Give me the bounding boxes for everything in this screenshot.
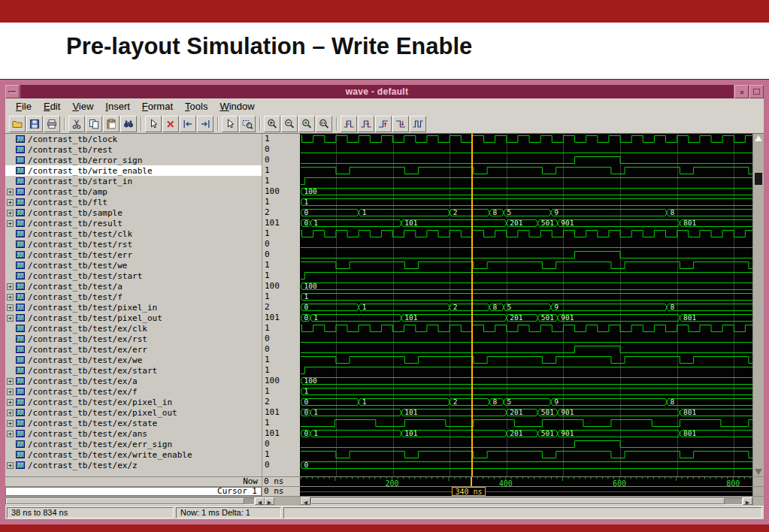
expand-icon[interactable]: + <box>7 410 14 416</box>
vertical-scrollbar[interactable] <box>752 134 764 476</box>
find-any-edge-button[interactable] <box>410 116 426 132</box>
zoom-range-button[interactable] <box>316 116 332 132</box>
delete-cursor-button[interactable] <box>162 116 179 132</box>
wave-scroll-left-icon[interactable]: ◀ <box>301 497 310 505</box>
signal-waveform[interactable] <box>301 155 752 165</box>
signal-row[interactable]: +/contrast_tb/test/ex/a <box>5 376 262 386</box>
signal-row[interactable]: /contrast_tb/test/ex/we <box>5 355 262 365</box>
signal-row[interactable]: +/contrast_tb/test/ex/pixel_in <box>5 397 262 407</box>
scroll-up-icon[interactable] <box>755 135 762 141</box>
signal-waveform[interactable] <box>301 323 752 334</box>
signal-row[interactable]: +/contrast_tb/sample <box>5 207 262 218</box>
signal-row[interactable]: /contrast_tb/test/rst <box>5 239 262 249</box>
cursor-name-field[interactable]: Cursor 1 <box>5 487 262 496</box>
signal-waveform[interactable] <box>301 249 752 260</box>
signal-row[interactable]: /contrast_tb/rest <box>5 144 262 155</box>
signal-row[interactable]: +/contrast_tb/test/f <box>5 292 262 302</box>
signal-waveform[interactable] <box>301 176 752 186</box>
signal-row[interactable]: /contrast_tb/test/ex/err <box>5 344 262 355</box>
signal-row[interactable]: /contrast_tb/test/clk <box>5 228 262 239</box>
zoom-in-button[interactable] <box>264 116 280 132</box>
wave-hscroll-thumb[interactable] <box>311 498 725 504</box>
zoom-mode-button[interactable] <box>239 116 256 132</box>
signal-waveform[interactable] <box>301 365 752 376</box>
signal-waveform[interactable] <box>301 439 752 449</box>
find-next-button[interactable] <box>197 116 213 132</box>
expand-icon[interactable]: + <box>7 283 14 290</box>
zoom-full-button[interactable] <box>298 116 315 132</box>
find-previous-edge-button[interactable] <box>341 116 357 132</box>
signal-waveform[interactable]: 01101201501901801 <box>301 407 752 418</box>
copy-button[interactable] <box>86 116 102 132</box>
signal-waveform[interactable] <box>301 344 752 355</box>
expand-icon[interactable]: + <box>7 399 14 406</box>
signal-waveform[interactable]: 0128598 <box>301 207 752 218</box>
signal-waveform[interactable]: 01101201501901801 <box>301 313 752 323</box>
signal-waveform[interactable]: 0 <box>301 460 752 470</box>
save-button[interactable] <box>26 116 43 132</box>
select-cursor-button[interactable] <box>145 116 162 132</box>
menu-window[interactable]: Window <box>213 100 260 113</box>
signal-row[interactable]: +/contrast_tb/amp <box>5 186 262 197</box>
signal-waveform[interactable]: 0128598 <box>301 397 752 407</box>
signal-waveform[interactable]: 1 <box>301 386 752 397</box>
wave-scroll-right-icon[interactable]: ▶ <box>743 497 752 505</box>
signal-waveform[interactable] <box>301 228 752 239</box>
signal-row[interactable]: +/contrast_tb/test/pixel_in <box>5 302 262 313</box>
signal-row[interactable]: /contrast_tb/write_enable <box>5 165 262 176</box>
signal-waveform[interactable] <box>301 271 752 281</box>
signal-waveform[interactable]: 100 <box>301 186 752 197</box>
signal-row[interactable]: /contrast_tb/test/ex/err_sign <box>5 439 262 449</box>
expand-icon[interactable]: + <box>7 388 14 395</box>
signal-waveform[interactable]: 1 <box>301 292 752 302</box>
signal-waveform[interactable]: 01101201501901801 <box>301 218 752 228</box>
signal-row[interactable]: /contrast_tb/start_in <box>5 176 262 186</box>
signal-waveform[interactable] <box>301 144 752 155</box>
expand-icon[interactable]: + <box>7 315 14 322</box>
timeline-ruler[interactable]: 200400600800 <box>300 477 752 486</box>
wave-hscroll-track[interactable] <box>310 497 743 505</box>
find-button[interactable] <box>120 116 137 132</box>
find-falling-edge-button[interactable] <box>392 116 409 132</box>
signal-row[interactable]: +/contrast_tb/test/ex/ans <box>5 428 262 439</box>
open-button[interactable] <box>9 116 26 132</box>
signal-waveform[interactable]: 0128598 <box>301 302 752 313</box>
signal-row[interactable]: /contrast_tb/test/we <box>5 260 262 271</box>
names-horizontal-scrollbar[interactable]: ◀ ▶ <box>5 497 300 506</box>
menu-file[interactable]: File <box>10 100 38 113</box>
signal-row[interactable]: +/contrast_tb/test/ex/pixel_out <box>5 407 262 418</box>
signal-row[interactable]: +/contrast_tb/test/ex/state <box>5 418 262 428</box>
signal-waveform[interactable] <box>301 134 752 144</box>
find-previous-button[interactable] <box>180 116 196 132</box>
expand-icon[interactable]: + <box>7 304 14 311</box>
expand-icon[interactable]: + <box>7 189 14 195</box>
signal-row[interactable]: /contrast_tb/error_sign <box>5 155 262 165</box>
window-titlebar[interactable]: wave - default <box>5 85 764 98</box>
expand-icon[interactable]: + <box>7 420 14 427</box>
expand-icon[interactable]: + <box>7 210 14 216</box>
expand-icon[interactable]: + <box>7 294 14 301</box>
signal-waveform[interactable] <box>301 355 752 365</box>
signal-row[interactable]: +/contrast_tb/flt <box>5 197 262 207</box>
expand-icon[interactable]: + <box>7 220 14 227</box>
signal-row[interactable]: +/contrast_tb/test/ex/f <box>5 386 262 397</box>
names-scroll-left-icon[interactable]: ◀ <box>255 497 265 505</box>
signal-row[interactable]: /contrast_tb/test/start <box>5 271 262 281</box>
window-maximize-button[interactable] <box>749 85 764 98</box>
signal-waveform[interactable] <box>301 418 752 428</box>
waveform-panel[interactable]: 1001012859801101201501901801100101285980… <box>300 134 752 476</box>
cursor-line[interactable] <box>471 134 473 476</box>
select-mode-button[interactable] <box>222 116 238 132</box>
signal-row[interactable]: /contrast_tb/clock <box>5 134 262 144</box>
signal-waveform[interactable]: 01101201501901801 <box>301 428 752 439</box>
names-scroll-right-icon[interactable]: ▶ <box>265 497 274 505</box>
signal-row[interactable]: /contrast_tb/test/ex/rst <box>5 334 262 344</box>
signal-row[interactable]: +/contrast_tb/test/pixel_out <box>5 313 262 323</box>
print-button[interactable] <box>44 116 60 132</box>
menu-insert[interactable]: Insert <box>99 100 136 113</box>
scroll-down-icon[interactable] <box>755 469 762 475</box>
names-hscroll-thumb[interactable] <box>6 498 244 504</box>
signal-row[interactable]: +/contrast_tb/result <box>5 218 262 228</box>
expand-icon[interactable]: + <box>7 199 14 206</box>
cursor-time-box[interactable]: 340 ns <box>452 487 485 496</box>
